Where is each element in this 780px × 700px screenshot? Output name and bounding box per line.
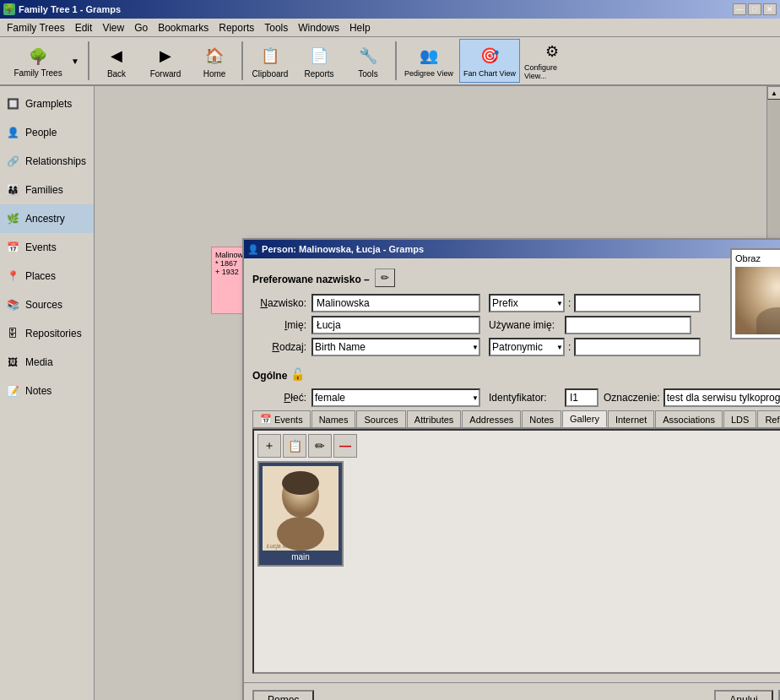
tab-attributes[interactable]: Attributes [407,410,461,427]
sidebar-item-gramplets[interactable]: 🔲 Gramplets [0,90,94,118]
obraz-box: Obraz [730,248,780,339]
nazwisko-row: Nazwisko: Prefix : Obraz [252,294,780,312]
toolbar: 🌳 Family Trees ▼ ◀ Back ▶ Forward 🏠 Home… [0,37,780,86]
close-window-button[interactable]: ✕ [763,3,777,15]
sidebar-item-families[interactable]: 👨‍👩‍👧 Families [0,176,94,204]
tab-notes[interactable]: Notes [522,410,561,427]
oznaczenie-label: Oznaczenie: [604,392,664,404]
configure-view-button[interactable]: ⚙ Configure View... [522,39,582,83]
menu-view[interactable]: View [97,20,129,35]
sidebar-item-people[interactable]: 👤 People [0,118,94,147]
tab-internet[interactable]: Internet [608,410,654,427]
sidebar-item-sources[interactable]: 📚 Sources [0,290,94,319]
dialog-title-text: 👤 Person: Malinowska, Łucja - Gramps [247,244,424,255]
menu-help[interactable]: Help [344,20,376,35]
gallery-edit-button[interactable]: ✏ [308,434,332,458]
toolbar-separator-3 [395,41,397,80]
gallery-remove-button[interactable]: — [333,434,357,458]
portrait-image [735,267,780,334]
patronymic-select[interactable]: Patronymic [489,338,565,356]
tools-icon: 🔧 [356,44,380,68]
tab-associations[interactable]: Associations [655,410,723,427]
menu-tools[interactable]: Tools [259,20,293,35]
tab-gallery[interactable]: Gallery [562,410,607,427]
minimize-button[interactable]: — [733,3,746,15]
plec-label: Płeć: [252,392,311,404]
family-trees-arrow: ▼ [71,57,79,66]
menu-family-trees[interactable]: Family Trees [2,20,70,35]
gallery-add-button[interactable]: ＋ [257,434,281,458]
prefix-value-input[interactable] [574,294,701,312]
forward-icon: ▶ [154,44,177,68]
tab-names[interactable]: Names [311,410,356,427]
dialog-buttons: Pomoc Anuluj OK [244,682,780,700]
events-icon: 📅 [3,238,22,257]
places-icon: 📍 [3,267,22,285]
forward-button[interactable]: ▶ Forward [142,39,189,83]
sidebar-item-repositories[interactable]: 🗄 Repositories [0,319,94,348]
tab-sources[interactable]: Sources [356,410,405,427]
clipboard-icon: 📋 [258,44,282,68]
dialog-title-bar: 👤 Person: Malinowska, Łucja - Gramps ✕ [244,240,780,258]
menu-windows[interactable]: Windows [293,20,344,35]
gramplets-icon: 🔲 [3,95,22,113]
uzywane-label: Używane imię: [489,319,565,331]
menu-go[interactable]: Go [129,20,153,35]
imie-input[interactable] [311,316,480,334]
tab-lds[interactable]: LDS [723,410,756,427]
help-button[interactable]: Pomoc [252,690,314,700]
patronymic-value-input[interactable] [574,338,701,356]
sidebar-item-places[interactable]: 📍 Places [0,262,94,290]
sidebar-item-ancestry[interactable]: 🌿 Ancestry [0,204,94,233]
family-trees-dropdown[interactable]: 🌳 Family Trees ▼ [3,39,84,83]
configure-icon: ⚙ [540,41,564,62]
menu-edit[interactable]: Edit [70,20,98,35]
fan-chart-icon: 🎯 [478,44,501,68]
imie-label: Imię: [252,319,311,331]
reports-button[interactable]: 📄 Reports [295,39,343,83]
plec-select[interactable]: female male unknown [311,388,480,407]
back-button[interactable]: ◀ Back [93,39,140,83]
sidebar-item-notes[interactable]: 📝 Notes [0,377,94,405]
oznaczenie-select[interactable]: test dla serwisu tylkoprogramy.pl [664,388,780,407]
sidebar-item-relationships[interactable]: 🔗 Relationships [0,147,94,176]
lock-icon: 🔓 [290,367,305,381]
home-button[interactable]: 🏠 Home [191,39,238,83]
id-input[interactable] [565,388,599,407]
window-controls: — □ ✕ [733,3,777,15]
prefix-select[interactable]: Prefix [489,294,565,312]
rodzaj-label: Rodzaj: [252,341,311,353]
tabs: 📅 Events Names Sources Attributes Addres… [252,410,780,429]
window-title: Family Tree 1 - Gramps [19,4,121,14]
gallery-item[interactable]: Łucja Malinowska main [257,461,344,567]
menu-bookmarks[interactable]: Bookmarks [153,20,214,35]
id-label: Identyfikator: [489,392,565,404]
ancestry-icon: 🌿 [3,209,22,228]
clipboard-button[interactable]: 📋 Clipboard [246,39,294,83]
nazwisko-input[interactable] [311,294,480,312]
cancel-button[interactable]: Anuluj [714,690,772,700]
tab-references[interactable]: References [757,410,780,427]
left-panel: 🔲 Gramplets 👤 People 🔗 Relationships 👨‍👩… [0,86,95,700]
sidebar-item-media[interactable]: 🖼 Media [0,348,94,377]
rodzaj-select[interactable]: Birth Name [311,338,480,356]
notes-icon: 📝 [3,382,22,400]
relationships-icon: 🔗 [3,152,22,171]
edit-name-button[interactable]: ✏ [375,269,395,287]
gallery-edit-share-button[interactable]: 📋 [283,434,306,458]
maximize-button[interactable]: □ [748,3,761,15]
sidebar-item-events[interactable]: 📅 Events [0,233,94,262]
sticky-note: Malinow * 1867 + 1932 [211,247,246,314]
fan-chart-view-button[interactable]: 🎯 Fan Chart View [459,39,520,83]
menu-reports[interactable]: Reports [214,20,259,35]
tab-addresses[interactable]: Addresses [462,410,521,427]
tools-button[interactable]: 🔧 Tools [344,39,392,83]
scroll-up-button[interactable]: ▲ [767,86,780,100]
nazwisko-label: Nazwisko: [252,297,311,309]
pedigree-view-button[interactable]: 👥 Pedigree View [400,39,458,83]
uzywane-input[interactable] [565,316,691,334]
tab-events[interactable]: 📅 Events [252,410,311,427]
reports-icon: 📄 [307,44,331,68]
repositories-icon: 🗄 [3,324,22,343]
sources-icon: 📚 [3,296,22,314]
